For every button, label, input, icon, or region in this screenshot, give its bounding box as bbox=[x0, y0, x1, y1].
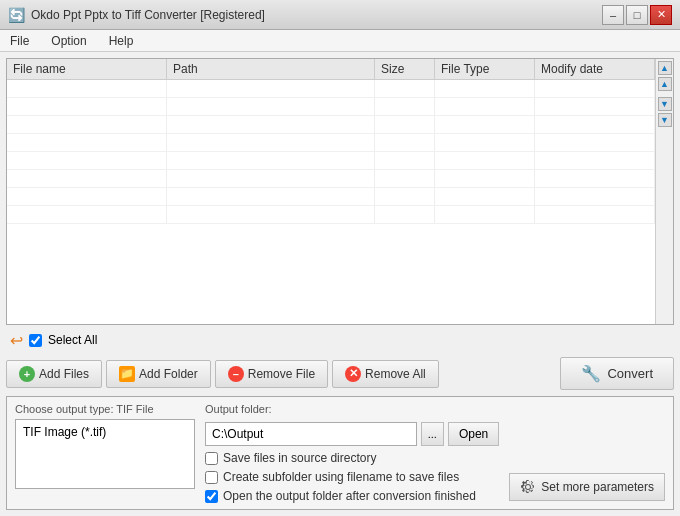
create-subfolder-row: Create subfolder using filename to save … bbox=[205, 470, 499, 484]
remove-all-button[interactable]: ✕ Remove All bbox=[332, 360, 439, 388]
output-type-list[interactable]: TIF Image (*.tif) bbox=[15, 419, 195, 489]
remove-all-label: Remove All bbox=[365, 367, 426, 381]
menu-help[interactable]: Help bbox=[103, 32, 140, 50]
set-more-params-button[interactable]: Set more parameters bbox=[509, 473, 665, 501]
close-button[interactable]: ✕ bbox=[650, 5, 672, 25]
select-all-row: ↩ Select All bbox=[6, 329, 674, 351]
create-subfolder-checkbox[interactable] bbox=[205, 471, 218, 484]
menu-bar: File Option Help bbox=[0, 30, 680, 52]
remove-all-icon: ✕ bbox=[345, 366, 361, 382]
add-files-label: Add Files bbox=[39, 367, 89, 381]
table-row bbox=[7, 80, 655, 98]
remove-file-button[interactable]: – Remove File bbox=[215, 360, 328, 388]
table-row bbox=[7, 116, 655, 134]
add-files-icon: + bbox=[19, 366, 35, 382]
select-all-label: Select All bbox=[48, 333, 97, 347]
gear-icon bbox=[520, 479, 536, 495]
table-row bbox=[7, 152, 655, 170]
menu-file[interactable]: File bbox=[4, 32, 35, 50]
select-all-checkbox[interactable] bbox=[29, 334, 42, 347]
add-folder-button[interactable]: 📁 Add Folder bbox=[106, 360, 211, 388]
table-row bbox=[7, 170, 655, 188]
output-type-label: Choose output type: TIF File bbox=[15, 403, 195, 415]
col-header-filename: File name bbox=[7, 59, 167, 79]
create-subfolder-label: Create subfolder using filename to save … bbox=[223, 470, 459, 484]
scroll-top-button[interactable]: ▲ bbox=[658, 61, 672, 75]
menu-option[interactable]: Option bbox=[45, 32, 92, 50]
convert-icon: 🔧 bbox=[581, 364, 601, 383]
button-toolbar: + Add Files 📁 Add Folder – Remove File ✕… bbox=[6, 355, 674, 392]
output-folder-label: Output folder: bbox=[205, 403, 499, 415]
table-row bbox=[7, 206, 655, 224]
remove-file-label: Remove File bbox=[248, 367, 315, 381]
scroll-up-button[interactable]: ▲ bbox=[658, 77, 672, 91]
output-folder-input[interactable] bbox=[205, 422, 417, 446]
table-row bbox=[7, 98, 655, 116]
convert-label: Convert bbox=[607, 366, 653, 381]
minimize-button[interactable]: – bbox=[602, 5, 624, 25]
browse-button[interactable]: ... bbox=[421, 422, 444, 446]
app-icon: 🔄 bbox=[8, 7, 25, 23]
main-content: File name Path Size File Type Modify dat… bbox=[0, 52, 680, 516]
table-row bbox=[7, 188, 655, 206]
save-source-dir-checkbox[interactable] bbox=[205, 452, 218, 465]
scroll-controls: ▲ ▲ ▼ ▼ bbox=[655, 59, 673, 324]
table-body bbox=[7, 80, 655, 324]
save-source-dir-label: Save files in source directory bbox=[223, 451, 376, 465]
add-folder-label: Add Folder bbox=[139, 367, 198, 381]
window-controls: – □ ✕ bbox=[602, 5, 672, 25]
file-table: File name Path Size File Type Modify dat… bbox=[7, 59, 655, 324]
open-output-checkbox[interactable] bbox=[205, 490, 218, 503]
scroll-down-button[interactable]: ▼ bbox=[658, 97, 672, 111]
col-header-modify: Modify date bbox=[535, 59, 655, 79]
maximize-button[interactable]: □ bbox=[626, 5, 648, 25]
open-button[interactable]: Open bbox=[448, 422, 499, 446]
col-header-filetype: File Type bbox=[435, 59, 535, 79]
remove-file-icon: – bbox=[228, 366, 244, 382]
file-list-container: File name Path Size File Type Modify dat… bbox=[6, 58, 674, 325]
output-folder-section: Output folder: ... Open Save files in so… bbox=[205, 403, 499, 503]
col-header-path: Path bbox=[167, 59, 375, 79]
window-title: Okdo Ppt Pptx to Tiff Converter [Registe… bbox=[31, 8, 265, 22]
output-type-section: Choose output type: TIF File TIF Image (… bbox=[15, 403, 195, 503]
add-folder-icon: 📁 bbox=[119, 366, 135, 382]
set-more-params-label: Set more parameters bbox=[541, 480, 654, 494]
select-all-icon: ↩ bbox=[10, 331, 23, 350]
title-bar: 🔄 Okdo Ppt Pptx to Tiff Converter [Regis… bbox=[0, 0, 680, 30]
table-row bbox=[7, 134, 655, 152]
bottom-panel: Choose output type: TIF File TIF Image (… bbox=[6, 396, 674, 510]
output-type-item-tif[interactable]: TIF Image (*.tif) bbox=[19, 423, 191, 441]
add-files-button[interactable]: + Add Files bbox=[6, 360, 102, 388]
scroll-bottom-button[interactable]: ▼ bbox=[658, 113, 672, 127]
table-header: File name Path Size File Type Modify dat… bbox=[7, 59, 655, 80]
folder-input-row: ... Open bbox=[205, 422, 499, 446]
bottom-right: Set more parameters bbox=[509, 403, 665, 503]
col-header-size: Size bbox=[375, 59, 435, 79]
open-output-row: Open the output folder after conversion … bbox=[205, 489, 499, 503]
open-output-label: Open the output folder after conversion … bbox=[223, 489, 476, 503]
convert-button[interactable]: 🔧 Convert bbox=[560, 357, 674, 390]
save-source-dir-row: Save files in source directory bbox=[205, 451, 499, 465]
